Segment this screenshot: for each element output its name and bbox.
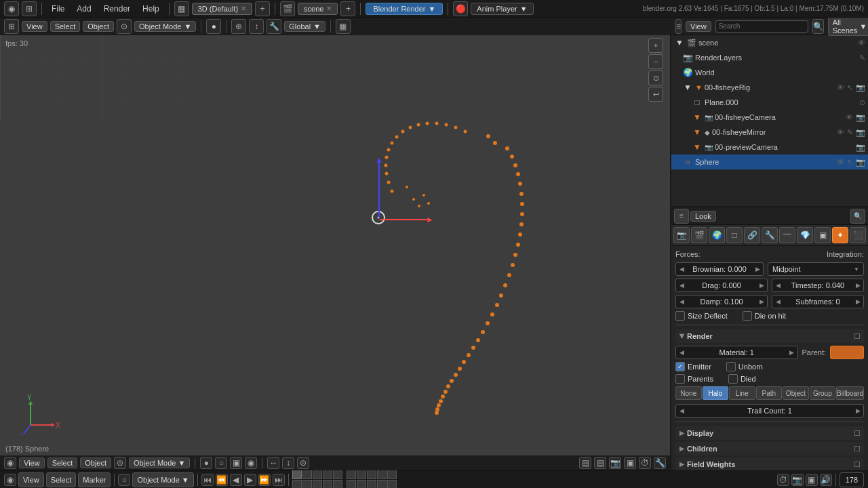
drag-dec[interactable]: ◀ [676, 279, 687, 291]
add-scene-btn[interactable]: + [340, 1, 355, 16]
props-view-btn[interactable]: Look [690, 211, 716, 222]
bt-play-icon[interactable]: ▶ [244, 474, 256, 486]
status-object[interactable]: Object [80, 458, 111, 468]
scene-eye-icon[interactable]: 👁 [858, 39, 865, 47]
blender-logo-btn[interactable]: ◉ [4, 1, 19, 16]
file-menu[interactable]: File [47, 3, 69, 15]
die-on-hit-label[interactable]: Die on hit [743, 311, 786, 321]
fcam-eye-icon[interactable]: 👁 [846, 113, 853, 122]
unborn-checkbox[interactable] [726, 362, 736, 371]
props-data-icon[interactable]: 〰 [779, 227, 795, 243]
layer-5[interactable] [333, 470, 342, 479]
trail-count-field[interactable]: ◀ Trail Count: 1 ▶ [675, 404, 864, 418]
bt-timeline-icon[interactable]: ⏱ [777, 474, 789, 486]
died-checkbox[interactable] [728, 374, 738, 384]
props-scene-icon[interactable]: 🎬 [691, 227, 707, 243]
sphere-render-icon[interactable]: 📷 [856, 158, 865, 167]
layer-12[interactable] [357, 470, 366, 479]
layer-6[interactable] [292, 480, 302, 488]
outliner-item-scene[interactable]: ▼ 🎬 scene 👁 [671, 35, 868, 50]
layer-16[interactable] [347, 480, 356, 488]
display-section-header[interactable]: ▶ Display [675, 426, 864, 440]
bt-next-frame-icon[interactable]: ⏩ [258, 474, 271, 486]
layer-11[interactable] [347, 470, 356, 479]
mir-edit-icon[interactable]: ✎ [847, 128, 853, 137]
outliner-item-previewcam[interactable]: ▼ 📷 00-previewCamera 📷 [671, 140, 868, 155]
layer-20[interactable] [387, 480, 397, 488]
bt-sphere-icon[interactable]: ○ [118, 474, 130, 486]
status-timeline[interactable]: ⏱ [639, 457, 651, 469]
rig-eye-icon[interactable]: 👁 [837, 83, 844, 92]
sphere-eye-icon[interactable]: 👁 [837, 158, 844, 167]
outliner-item-fisheyecam[interactable]: ▼ 📷 00-fisheyeCamera 👁 📷 [671, 110, 868, 125]
render-menu[interactable]: Render [99, 3, 135, 15]
layer-1[interactable] [292, 470, 302, 479]
size-deflect-label[interactable]: Size Deflect [675, 311, 728, 321]
outliner-all-scenes[interactable]: All Scenes ▼ [828, 18, 868, 36]
outliner-view-btn[interactable]: View [686, 21, 711, 32]
status-transform3[interactable]: ⊙ [297, 457, 309, 469]
bt-end-icon[interactable]: ⏭ [273, 474, 285, 486]
status-solid-icon[interactable]: ● [200, 457, 212, 469]
rig-cursor-icon[interactable]: ↖ [847, 83, 853, 92]
emitter-checkbox[interactable]: ✓ [675, 362, 685, 371]
trail-dec[interactable]: ◀ [676, 405, 687, 417]
trail-inc[interactable]: ▶ [852, 405, 863, 417]
props-texture-icon[interactable]: ▣ [814, 227, 831, 243]
children-section-header[interactable]: ▶ Children [675, 442, 864, 455]
unborn-label[interactable]: Unborn [726, 362, 763, 371]
scene-icon[interactable]: 🎬 [280, 1, 295, 16]
bt-menu-icon[interactable]: ◉ [4, 474, 16, 486]
subframes-field[interactable]: ◀ Subframes: 0 ▶ [772, 295, 864, 308]
status-select[interactable]: Select [47, 458, 78, 468]
viewport-layer-icon[interactable]: ▦ [336, 19, 351, 34]
tab-halo[interactable]: Halo [703, 386, 729, 400]
props-physics-icon[interactable]: ⬛ [850, 227, 866, 243]
viewport-pivot-icon[interactable]: ⊕ [231, 19, 246, 34]
workspace-close[interactable]: ✕ [241, 5, 246, 12]
timestep-field[interactable]: ◀ Timestep: 0.040 ▶ [772, 279, 864, 292]
layer-17[interactable] [357, 480, 366, 488]
render-section-header[interactable]: ▶ Render [675, 329, 864, 343]
viewport[interactable]: ⊞ View Select Object ⊙ Object Mode ▼ ● ⊕… [0, 18, 671, 470]
mir-render-icon[interactable]: 📷 [856, 128, 865, 137]
frame-counter[interactable]: 178 [840, 472, 864, 487]
render-engine-selector[interactable]: Blender Render ▼ [366, 3, 443, 15]
drag-field[interactable]: ◀ Drag: 0.000 ▶ [675, 279, 768, 292]
viewport-object-icon[interactable]: ⊙ [117, 19, 132, 34]
material-inc[interactable]: ▶ [787, 346, 797, 359]
parent-object-btn[interactable] [830, 346, 864, 359]
viewport-snap-icon[interactable]: 🔧 [267, 19, 281, 34]
fcam-render-icon[interactable]: 📷 [856, 113, 865, 122]
status-mode[interactable]: Object Mode▼ [129, 458, 190, 468]
layer-2[interactable] [302, 470, 312, 479]
timestep-inc[interactable]: ▶ [852, 279, 863, 291]
status-layer1[interactable]: ▤ [579, 457, 591, 469]
layer-18[interactable] [367, 480, 376, 488]
layer-7[interactable] [302, 480, 312, 488]
props-material-icon[interactable]: 💎 [797, 227, 813, 243]
status-layer2[interactable]: ▤ [594, 457, 606, 469]
layer-13[interactable] [367, 470, 376, 479]
bt-view-btn[interactable]: View [18, 472, 44, 487]
nav-zoom-out[interactable]: − [648, 54, 663, 69]
nav-reset[interactable]: ↩ [648, 87, 663, 102]
size-deflect-checkbox[interactable] [675, 311, 685, 321]
died-label[interactable]: Died [728, 374, 756, 384]
brownian-inc[interactable]: ▶ [752, 263, 763, 275]
outliner-search[interactable] [715, 20, 808, 33]
layer-8[interactable] [313, 480, 322, 488]
damp-field[interactable]: ◀ Damp: 0.100 ▶ [675, 295, 768, 308]
props-search-btn[interactable]: 🔍 [850, 209, 865, 224]
anim-player-selector[interactable]: Anim Player ▼ [471, 3, 533, 15]
bt-prev-frame-icon[interactable]: ⏪ [216, 474, 228, 486]
bt-anim-icon[interactable]: ▣ [806, 474, 818, 486]
props-object-icon[interactable]: □ [726, 227, 743, 243]
status-view[interactable]: View [19, 458, 45, 468]
props-particles-icon[interactable]: ✦ [832, 227, 848, 243]
layer-9[interactable] [323, 480, 332, 488]
props-world-icon[interactable]: 🌍 [709, 227, 725, 243]
outliner-item-fisheyerig[interactable]: ▼ ▼ 00-fisheyeRig 👁 ↖ 📷 [671, 80, 868, 95]
outliner-item-plane[interactable]: □ Plane.000 ⊙ [671, 95, 868, 110]
sphere-cursor-icon[interactable]: ↖ [847, 158, 853, 167]
